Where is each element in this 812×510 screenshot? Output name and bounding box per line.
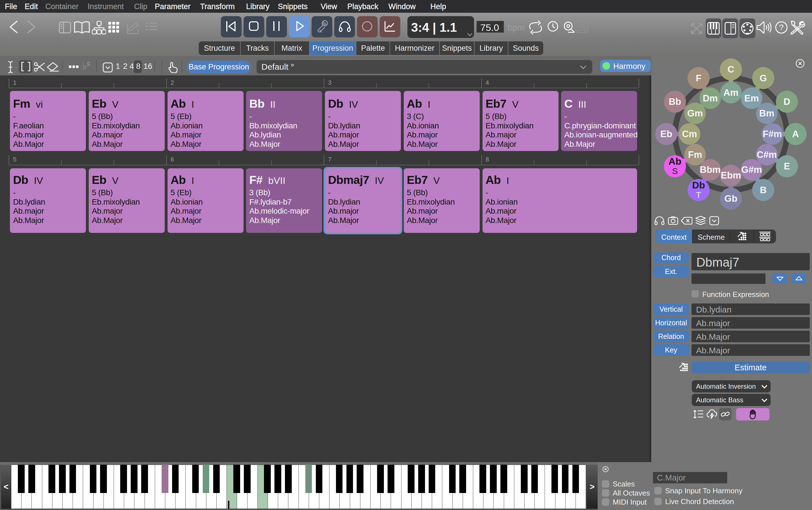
- svg-text:Cm: Cm: [682, 129, 697, 139]
- svg-text:Bbm: Bbm: [700, 164, 720, 175]
- svg-text:Bm: Bm: [759, 108, 774, 118]
- svg-text:C#m: C#m: [757, 149, 777, 160]
- svg-text:F: F: [696, 73, 701, 83]
- svg-text:Ab: Ab: [669, 156, 681, 167]
- svg-text:Am: Am: [723, 87, 738, 98]
- svg-text:D: D: [784, 96, 790, 107]
- svg-text:G#m: G#m: [741, 164, 762, 175]
- svg-text:Db: Db: [692, 180, 705, 190]
- svg-text:C: C: [727, 64, 734, 74]
- svg-text:Gb: Gb: [724, 193, 737, 204]
- svg-text:Ebm: Ebm: [721, 170, 741, 180]
- svg-text:Dm: Dm: [702, 93, 718, 103]
- svg-text:B: B: [760, 185, 766, 195]
- svg-text:G: G: [759, 73, 767, 83]
- svg-text:Bb: Bb: [669, 96, 681, 107]
- svg-text:Em: Em: [744, 93, 759, 103]
- svg-text:E: E: [784, 161, 790, 172]
- svg-text:A: A: [792, 129, 799, 139]
- svg-text:Fm: Fm: [688, 149, 702, 160]
- svg-text:Eb: Eb: [660, 129, 672, 139]
- svg-text:S: S: [672, 166, 677, 176]
- svg-text:T: T: [696, 190, 701, 200]
- svg-text:?: ?: [779, 23, 784, 32]
- svg-text:Gm: Gm: [687, 108, 703, 118]
- svg-text:F#m: F#m: [763, 129, 782, 139]
